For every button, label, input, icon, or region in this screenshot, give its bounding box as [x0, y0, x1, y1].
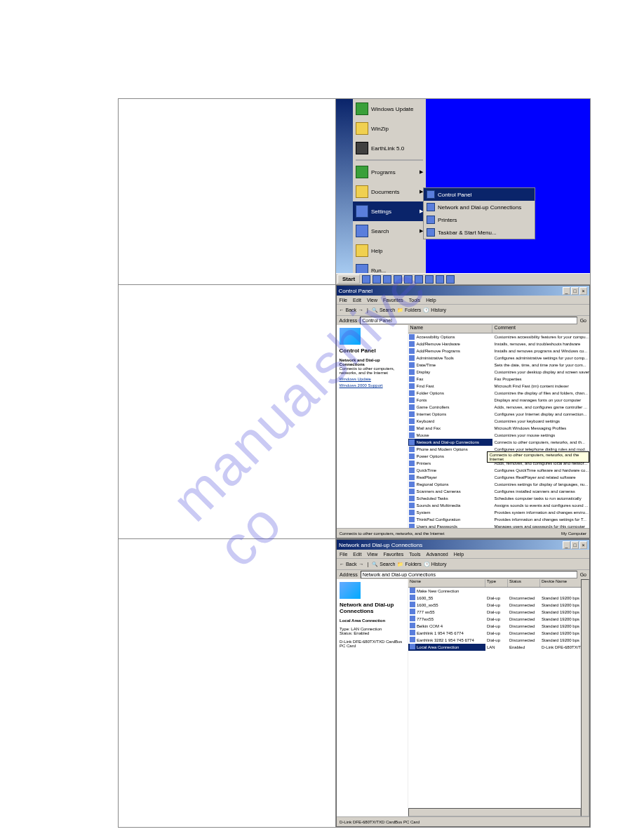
taskbar[interactable]: Start	[336, 273, 590, 284]
taskbar-icon[interactable]	[446, 275, 455, 284]
minimize-button[interactable]: _	[563, 287, 570, 295]
horizontal-scrollbar[interactable]	[408, 808, 581, 816]
link-windows-update[interactable]: Windows Update	[340, 377, 405, 381]
back-button[interactable]: ← Back	[340, 562, 357, 567]
submenu-item[interactable]: Control Panel	[424, 188, 535, 201]
address-bar[interactable]: Address Go	[337, 569, 589, 579]
taskbar-icon[interactable]	[362, 275, 370, 284]
go-button[interactable]: Go	[580, 318, 586, 323]
taskbar-icon[interactable]	[415, 275, 423, 284]
list-item[interactable]: Folder OptionsCustomizes the display of …	[408, 390, 589, 397]
list-item[interactable]: Network and Dial-up ConnectionsConnects …	[408, 439, 589, 446]
submenu-item[interactable]: Taskbar & Start Menu...	[424, 226, 535, 239]
control-panel-list[interactable]: Accessibility OptionsCustomizes accessib…	[408, 333, 589, 529]
start-menu-item[interactable]: Settings▶	[353, 201, 426, 221]
menu-item[interactable]: File	[340, 298, 347, 303]
list-item[interactable]: Add/Remove HardwareInstalls, removes, an…	[408, 340, 589, 348]
connections-list[interactable]: Make New Connection1600_55Dial-upDisconn…	[408, 588, 589, 651]
connection-item[interactable]: 777wx55Dial-upDisconnectedStandard 19200…	[408, 616, 589, 623]
folders-button[interactable]: 📁 Folders	[397, 562, 421, 567]
list-item[interactable]: Mail and FaxMicrosoft Windows Messaging …	[408, 425, 589, 432]
list-item[interactable]: Administrative ToolsConfigures administr…	[408, 355, 589, 362]
link-windows-2000-support[interactable]: Windows 2000 Support	[340, 383, 405, 388]
connection-item[interactable]: 777 wx55Dial-upDisconnectedStandard 1920…	[408, 609, 589, 616]
folders-button[interactable]: 📁 Folders	[397, 307, 421, 313]
minimize-button[interactable]: _	[563, 541, 570, 549]
list-item[interactable]: SystemProvides system information and ch…	[408, 509, 589, 516]
header-comment[interactable]: Comment	[492, 325, 589, 333]
start-menu-item[interactable]: Search▶	[353, 221, 426, 241]
header-name[interactable]: Name	[408, 325, 492, 333]
forward-button[interactable]: →	[358, 307, 363, 312]
connection-item[interactable]: 1600_wx55Dial-upDisconnectedStandard 192…	[408, 602, 589, 609]
list-item[interactable]: QuickTimeConfigures QuickTime software a…	[408, 467, 589, 474]
search-button[interactable]: 🔍 Search	[372, 562, 395, 567]
toolbar[interactable]: ← Back → | 🔍 Search 📁 Folders 🕒 History	[337, 558, 589, 569]
connection-item[interactable]: Earthlink 1 954 745 6774Dial-upDisconnec…	[408, 630, 589, 637]
menu-item[interactable]: Help	[454, 552, 464, 557]
search-button[interactable]: 🔍 Search	[372, 307, 395, 313]
list-item[interactable]: Scheduled TasksSchedules computer tasks …	[408, 495, 589, 502]
list-item[interactable]: Add/Remove ProgramsInstalls and removes …	[408, 348, 589, 355]
menu-item[interactable]: Edit	[353, 298, 361, 303]
forward-button[interactable]: →	[359, 562, 364, 567]
list-item[interactable]: Accessibility OptionsCustomizes accessib…	[408, 333, 589, 340]
connection-item[interactable]: Make New Connection	[408, 588, 589, 595]
settings-submenu[interactable]: Control PanelNetwork and Dial-up Connect…	[423, 187, 535, 239]
list-item[interactable]: FontsDisplays and manages fonts on your …	[408, 397, 589, 404]
history-button[interactable]: 🕒 History	[423, 307, 446, 313]
list-item[interactable]: ThinkPad ConfigurationProvides informati…	[408, 516, 589, 523]
menu-item[interactable]: Edit	[353, 552, 361, 557]
vertical-scrollbar[interactable]	[581, 579, 589, 816]
start-button[interactable]: Start	[337, 274, 360, 284]
taskbar-icon[interactable]	[373, 275, 381, 284]
list-item[interactable]: FaxFax Properties	[408, 376, 589, 383]
submenu-item[interactable]: Printers	[424, 213, 535, 226]
list-item[interactable]: Find FastMicrosoft Find Fast (tm) conten…	[408, 383, 589, 390]
list-item[interactable]: Internet OptionsConfigures your Internet…	[408, 411, 589, 418]
submenu-item[interactable]: Network and Dial-up Connections	[424, 201, 535, 213]
list-item[interactable]: Regional OptionsCustomizes settings for …	[408, 481, 589, 488]
column-headers[interactable]: Name Comment	[408, 325, 589, 333]
menubar[interactable]: FileEditViewFavoritesToolsHelp	[337, 296, 589, 304]
start-menu-item[interactable]: EarthLink 5.0	[353, 138, 426, 158]
taskbar-icon[interactable]	[383, 275, 391, 284]
column-header[interactable]: Status	[508, 579, 540, 587]
connection-item[interactable]: Belkin COM 4Dial-upDisconnectedStandard …	[408, 623, 589, 630]
menu-item[interactable]: Help	[426, 298, 436, 303]
menu-item[interactable]: Tools	[409, 552, 420, 557]
start-menu-item[interactable]: Documents▶	[353, 182, 426, 201]
list-item[interactable]: KeyboardCustomizes your keyboard setting…	[408, 418, 589, 425]
back-button[interactable]: ← Back	[340, 307, 357, 312]
menubar[interactable]: FileEditViewFavoritesToolsAdvancedHelp	[337, 550, 589, 558]
menu-item[interactable]: Favorites	[383, 552, 403, 557]
taskbar-icon[interactable]	[394, 275, 402, 284]
history-button[interactable]: 🕒 History	[424, 562, 447, 567]
column-header[interactable]: Type	[485, 579, 508, 587]
start-menu-item[interactable]: Programs▶	[353, 162, 426, 182]
connection-item[interactable]: Earthlink 3282 1 954 745 6774Dial-upDisc…	[408, 637, 589, 644]
address-bar[interactable]: Address Go	[337, 315, 589, 325]
maximize-button[interactable]: □	[571, 287, 579, 295]
taskbar-icon[interactable]	[404, 275, 412, 284]
menu-item[interactable]: View	[367, 298, 377, 303]
connection-item[interactable]: 1600_55Dial-upDisconnectedStandard 19200…	[408, 595, 589, 602]
address-input[interactable]	[361, 571, 577, 578]
start-menu-item[interactable]: WinZip	[353, 119, 426, 138]
close-button[interactable]: ×	[579, 287, 587, 295]
list-item[interactable]: DisplayCustomizes your desktop display a…	[408, 369, 589, 376]
list-item[interactable]: Sounds and MultimediaAssigns sounds to e…	[408, 502, 589, 509]
close-button[interactable]: ×	[579, 541, 587, 549]
list-item[interactable]: Scanners and CamerasConfigures installed…	[408, 488, 589, 495]
list-item[interactable]: Date/TimeSets the date, time, and time z…	[408, 362, 589, 369]
start-menu-item[interactable]: Help	[353, 241, 426, 260]
column-header[interactable]: Name	[408, 579, 485, 587]
list-item[interactable]: RealPlayerConfigures RealPlayer and rela…	[408, 474, 589, 481]
menu-item[interactable]: View	[367, 552, 377, 557]
list-item[interactable]: Game ControllersAdds, removes, and confi…	[408, 404, 589, 411]
menu-item[interactable]: Favorites	[383, 298, 403, 303]
taskbar-icon[interactable]	[425, 275, 434, 284]
list-item[interactable]: MouseCustomizes your mouse settings	[408, 432, 589, 439]
toolbar[interactable]: ← Back → | 🔍 Search 📁 Folders 🕒 History	[337, 304, 589, 315]
maximize-button[interactable]: □	[571, 541, 579, 549]
